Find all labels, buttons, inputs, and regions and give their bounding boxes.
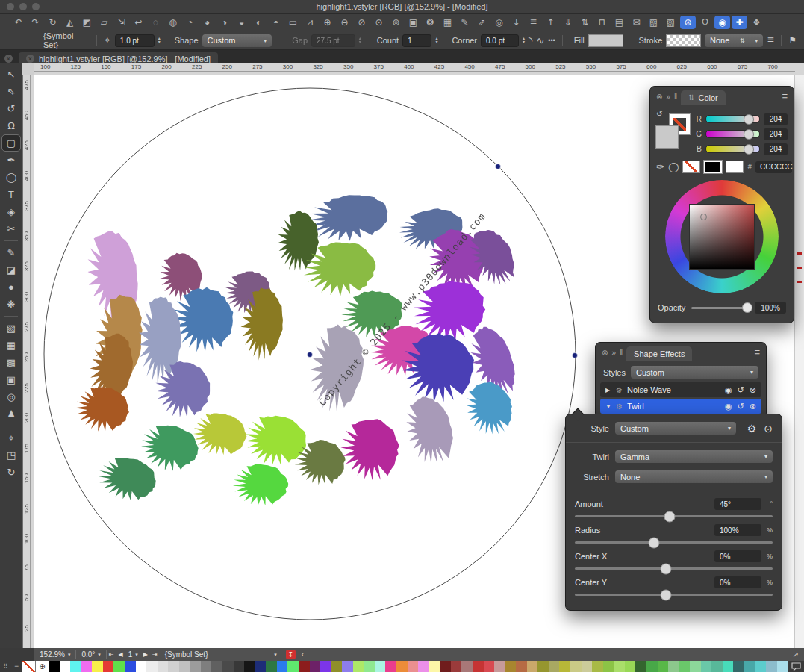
palette-swatch[interactable] — [385, 661, 396, 672]
radius-value-input[interactable]: 100% — [714, 524, 761, 536]
panel-expand-icon[interactable]: » — [666, 93, 670, 101]
palette-swatch[interactable] — [146, 661, 158, 672]
stamp-tool[interactable]: ♟ — [2, 406, 20, 422]
expand-triangle-icon[interactable]: ▶ — [605, 387, 611, 393]
stroke-swatch[interactable] — [666, 34, 701, 47]
center-x-value-input[interactable]: 0% — [714, 550, 761, 562]
palette-swatch[interactable] — [679, 661, 691, 672]
palette-swatch[interactable] — [473, 661, 484, 672]
fill-proxy-swatch[interactable] — [656, 126, 678, 148]
divide-shapes-icon[interactable]: ◑ — [216, 16, 232, 29]
perspective-distort-icon[interactable]: ⊿ — [302, 16, 318, 29]
palette-swatch[interactable] — [168, 661, 179, 672]
previous-page-button[interactable]: ◀ — [116, 651, 125, 658]
fill-swatch[interactable] — [588, 34, 623, 47]
palette-swatch[interactable] — [396, 661, 408, 672]
palette-swatch[interactable] — [668, 661, 679, 672]
magnet-snap-icon[interactable]: Ω — [697, 16, 713, 29]
stroke-width-stepper[interactable]: ▴▾ — [158, 37, 161, 44]
symbol-set-button[interactable]: {Symbol Set} — [43, 31, 90, 49]
channel-slider[interactable] — [705, 115, 760, 123]
corner-input[interactable]: 0.0 pt — [481, 34, 519, 47]
page-number-dropdown[interactable]: 1▾ — [125, 648, 141, 661]
close-all-tabs-icon[interactable]: × — [4, 55, 13, 63]
remove-effect-icon[interactable]: ⊗ — [750, 402, 756, 411]
direct-select-tool[interactable]: ⇖ — [2, 84, 20, 99]
effect-row-noise-wave[interactable]: ▶⚙Noise Wave◉↺⊗ — [600, 382, 761, 397]
palette-swatch[interactable] — [310, 661, 321, 672]
reset-effect-icon[interactable]: ↺ — [738, 385, 744, 395]
close-tab-icon[interactable]: × — [26, 55, 34, 63]
gradient-square-tool[interactable]: ◪ — [2, 262, 20, 278]
palette-swatch[interactable] — [570, 661, 582, 672]
anchor-point[interactable] — [573, 353, 578, 358]
scribble-blob[interactable] — [338, 417, 403, 484]
palette-settings-icon[interactable]: ≡ — [11, 661, 22, 672]
palette-swatch[interactable] — [234, 661, 245, 672]
palette-swatch[interactable] — [277, 661, 288, 672]
subtract-shapes-icon[interactable]: ◌ — [148, 16, 163, 29]
rotate-object-icon[interactable]: ↻ — [45, 16, 60, 29]
color-panel-tab[interactable]: ⇅Color — [681, 90, 726, 105]
shear-object-icon[interactable]: ◩ — [79, 16, 95, 29]
palette-swatch[interactable] — [603, 661, 614, 672]
pattern-rotate-icon[interactable]: ❂ — [423, 16, 438, 29]
gap-stepper[interactable]: ▴▾ — [359, 37, 361, 44]
palette-swatch[interactable] — [222, 661, 234, 672]
precise-move-icon[interactable]: ✚ — [732, 16, 747, 29]
registration-color-icon[interactable]: ⊕ — [36, 661, 49, 672]
corner-wave-icon[interactable]: ∿ — [536, 35, 544, 46]
palette-swatch[interactable] — [484, 661, 495, 672]
palette-swatch[interactable] — [690, 661, 701, 672]
exclude-shapes-icon[interactable]: ◕ — [199, 16, 215, 29]
effect-row-twirl[interactable]: ▼⚙Twirl◉↺⊗ — [600, 399, 761, 414]
palette-swatch[interactable] — [777, 661, 788, 672]
palette-swatch[interactable] — [461, 661, 473, 672]
no-color-swatch[interactable] — [682, 161, 700, 173]
stroke-style-dropdown[interactable]: None⇅▾ — [705, 34, 763, 47]
swap-fill-stroke-icon[interactable]: ↺ — [656, 110, 662, 118]
palette-swatch[interactable] — [179, 661, 190, 672]
eyedropper-icon[interactable]: ✑ — [656, 161, 664, 172]
panel-expand-icon[interactable]: » — [611, 349, 616, 357]
channel-value[interactable]: 204 — [764, 113, 788, 125]
stroke-options-icon[interactable]: ≣ — [767, 35, 774, 46]
palette-swatch[interactable] — [136, 661, 147, 672]
shape-dropdown[interactable]: Custom▾ — [202, 34, 272, 47]
palette-swatch[interactable] — [625, 661, 636, 672]
crop-shapes-icon[interactable]: ◓ — [268, 16, 284, 29]
palette-swatch[interactable] — [701, 661, 712, 672]
panel-menu-icon[interactable]: ≡ — [782, 90, 788, 102]
palette-swatch[interactable] — [266, 661, 277, 672]
align-bottom-icon[interactable]: ↧ — [508, 16, 524, 29]
symbol-set-dropdown[interactable]: {Symbol Set}▾ — [160, 650, 282, 659]
palette-swatch[interactable] — [494, 661, 505, 672]
flag-align-icon[interactable]: ⚑ — [788, 35, 797, 46]
zoom-window-icon[interactable] — [32, 3, 40, 10]
last-page-button[interactable]: ⇥ — [150, 651, 160, 658]
distribute-vertical-icon[interactable]: ⇅ — [577, 16, 593, 29]
color-guide-icon[interactable]: ⊛ — [680, 16, 696, 29]
palette-swatch[interactable] — [440, 661, 451, 672]
frame-tool[interactable]: ▣ — [2, 372, 20, 388]
palette-swatch[interactable] — [418, 661, 429, 672]
styles-dropdown[interactable]: Custom▾ — [631, 366, 758, 379]
palette-swatch[interactable] — [766, 661, 777, 672]
scribble-blob[interactable] — [305, 190, 390, 246]
symbol-sprayer-tool[interactable]: ◎ — [2, 389, 20, 405]
panel-grip-icon[interactable]: ‖ — [620, 349, 623, 357]
external-link-icon[interactable]: ↗ — [793, 650, 799, 659]
amount-knob[interactable] — [664, 511, 676, 522]
palette-swatch[interactable] — [733, 661, 744, 672]
palette-swatch[interactable] — [287, 661, 299, 672]
hatch-fill-icon[interactable]: ▧ — [663, 16, 679, 29]
align-middle-icon[interactable]: ≣ — [526, 16, 541, 29]
saturation-square[interactable] — [690, 205, 754, 269]
scribble-blob[interactable] — [191, 411, 249, 458]
crop-tool[interactable]: ◳ — [2, 447, 20, 463]
palette-swatch[interactable] — [527, 661, 538, 672]
count-stepper[interactable]: ▴▾ — [435, 37, 437, 44]
ellipse-tool[interactable]: ◯ — [2, 169, 20, 185]
center-y-knob[interactable] — [660, 589, 671, 600]
text-tool[interactable]: T — [2, 187, 20, 202]
